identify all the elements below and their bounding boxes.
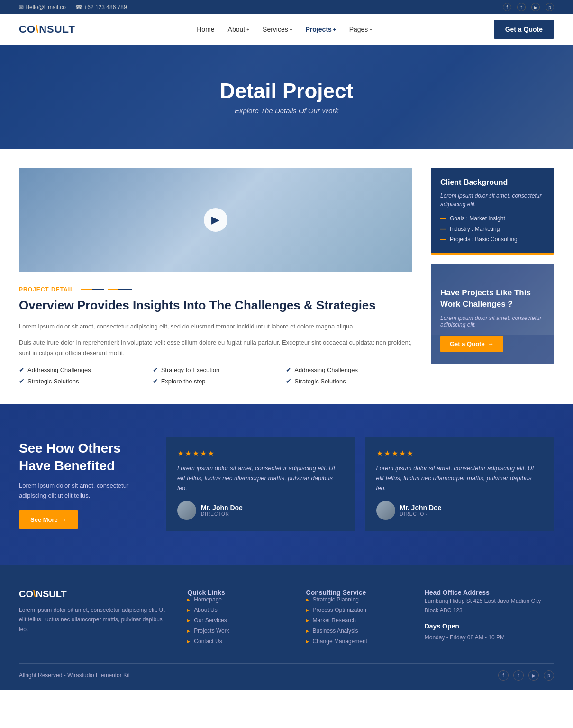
twitter-icon-topbar[interactable]: t (517, 3, 526, 11)
stars-rating: ★★★★★ (376, 449, 543, 458)
footer-brand: CO\NSULT Lorem ipsum dolor sit amet, con… (19, 589, 168, 649)
top-bar: ✉ Hello@Email.co ☎ +62 123 486 789 f t ▶… (0, 0, 573, 14)
checklist-item: ✔Addressing Challenges (286, 366, 412, 373)
client-bg-title: Client Background (440, 178, 545, 187)
client-bg-list: Goals : Market Insight Industry : Market… (440, 215, 545, 243)
hero-title: Detail Project (220, 79, 353, 103)
author-avatar (177, 501, 196, 520)
stars-rating: ★★★★★ (177, 449, 344, 458)
pages-caret: + (369, 27, 372, 32)
testimonial-section: See How Others Have Benefited Lorem ipsu… (0, 404, 573, 565)
author-info: Mr. John Doe DIRECTOR (201, 504, 243, 517)
footer-social: f t ▶ p (498, 670, 554, 681)
footer-grid: CO\NSULT Lorem ipsum dolor sit amet, con… (19, 589, 554, 649)
nav-services[interactable]: Services + (263, 26, 292, 33)
footer-address: Lumbung Hidup St 425 East Java Madiun Ci… (425, 596, 554, 616)
footer-desc: Lorem ipsum dolor sit amet, consectetur … (19, 605, 168, 634)
checklist: ✔Addressing Challenges ✔Strategy to Exec… (19, 366, 412, 385)
footer-link-item[interactable]: Homepage (187, 596, 287, 603)
author-role: DIRECTOR (400, 511, 442, 517)
site-logo[interactable]: CO\NSULT (19, 23, 75, 36)
author-name: Mr. John Doe (400, 504, 442, 511)
footer-bottom: Allright Reserved - Wirastudio Elementor… (19, 663, 554, 681)
footer-consulting-item[interactable]: Strategic Planning (306, 596, 406, 603)
footer-link-item[interactable]: About Us (187, 607, 287, 613)
footer-quick-links: Quick Links Homepage About Us Our Servic… (187, 589, 287, 649)
footer-facebook-icon[interactable]: f (498, 670, 509, 681)
footer-link-item[interactable]: Projects Work (187, 628, 287, 634)
footer-days-title: Days Open (425, 622, 554, 630)
facebook-icon-topbar[interactable]: f (503, 3, 511, 11)
project-detail-para2: Duis aute irure dolor in reprehenderit i… (19, 337, 412, 358)
project-detail-title: Overview Provides Insights Into The Chal… (19, 298, 412, 314)
client-background-card: Client Background Lorem ipsum dolor sit … (431, 168, 554, 255)
copyright-text: Allright Reserved - Wirastudio Elementor… (19, 672, 130, 679)
get-quote-button[interactable]: Get a Quote (494, 20, 554, 39)
check-icon: ✔ (153, 377, 158, 385)
project-detail-left: ▶ PROJECT DETAIL Overview Provides Insig… (19, 168, 431, 385)
testimonial-desc: Lorem ipsum dolor sit amet, consectetur … (19, 481, 152, 501)
nav-projects[interactable]: Projects + (306, 26, 336, 33)
footer-consulting-item[interactable]: Market Research (306, 617, 406, 624)
checklist-item: ✔Explore the step (153, 377, 279, 385)
testimonial-cards: ★★★★★ Lorem ipsum dolor sit amet, consec… (166, 437, 554, 531)
main-nav: Home About + Services + Projects + Pages… (197, 26, 372, 33)
top-bar-contact: ✉ Hello@Email.co ☎ +62 123 486 789 (19, 4, 127, 10)
email-info: ✉ Hello@Email.co (19, 4, 66, 10)
footer-address-col: Head Office Address Lumbung Hidup St 425… (425, 589, 554, 649)
check-icon: ✔ (19, 366, 25, 373)
testimonial-left: See How Others Have Benefited Lorem ipsu… (19, 440, 152, 528)
cta-card: Have Projects Like This Work Challenges … (431, 264, 554, 364)
footer-days-open: Monday - Friday 08 AM - 10 PM (425, 633, 554, 642)
cta-card-content: Have Projects Like This Work Challenges … (440, 287, 545, 352)
nav-about[interactable]: About + (228, 26, 249, 33)
site-footer: CO\NSULT Lorem ipsum dolor sit amet, con… (0, 565, 573, 690)
footer-link-item[interactable]: Our Services (187, 617, 287, 624)
footer-youtube-icon[interactable]: ▶ (528, 670, 539, 681)
main-content: ▶ PROJECT DETAIL Overview Provides Insig… (0, 149, 573, 404)
hero-subtitle: Explore The Details Of Our Work (220, 107, 353, 115)
footer-consulting-list: Strategic Planning Process Optimization … (306, 596, 406, 645)
author-role: DIRECTOR (201, 511, 243, 517)
footer-pinterest-icon[interactable]: p (544, 670, 554, 681)
hero-section: Detail Project Explore The Details Of Ou… (0, 45, 573, 149)
testimonial-card: ★★★★★ Lorem ipsum dolor sit amet, consec… (365, 437, 555, 531)
check-icon: ✔ (286, 377, 291, 385)
testimonial-title: See How Others Have Benefited (19, 440, 152, 474)
footer-consulting-item[interactable]: Process Optimization (306, 607, 406, 613)
see-more-button[interactable]: See More → (19, 510, 78, 529)
author-name: Mr. John Doe (201, 504, 243, 511)
footer-address-title: Head Office Address (425, 589, 554, 596)
testimonial-author: Mr. John Doe DIRECTOR (376, 501, 543, 520)
services-caret: + (290, 27, 292, 32)
cta-get-quote-button[interactable]: Get a Quote → (440, 336, 503, 352)
footer-consulting-item[interactable]: Change Management (306, 638, 406, 645)
video-thumbnail[interactable]: ▶ (19, 168, 412, 272)
pinterest-icon-topbar[interactable]: p (546, 3, 554, 11)
client-bg-item: Projects : Basic Consulting (440, 236, 545, 243)
project-detail-sidebar: Client Background Lorem ipsum dolor sit … (431, 168, 554, 364)
footer-twitter-icon[interactable]: t (513, 670, 524, 681)
projects-caret: + (333, 27, 336, 32)
youtube-icon-topbar[interactable]: ▶ (531, 3, 540, 11)
project-detail-label: PROJECT DETAIL (19, 286, 412, 293)
cta-card-desc: Lorem ipsum dolor sit amet, consectetur … (440, 315, 545, 328)
client-bg-desc: Lorem ipsum dolor sit amet, consectetur … (440, 191, 545, 209)
top-bar-social: f t ▶ p (503, 3, 554, 11)
checklist-item: ✔Strategic Solutions (286, 377, 412, 385)
logo-accent: \ (36, 23, 39, 35)
testimonial-author: Mr. John Doe DIRECTOR (177, 501, 344, 520)
author-avatar (376, 501, 395, 520)
project-detail-para1: Lorem ipsum dolor sit amet, consectetur … (19, 321, 412, 332)
nav-pages[interactable]: Pages + (349, 26, 373, 33)
check-icon: ✔ (153, 366, 158, 373)
footer-consulting-item[interactable]: Business Analysis (306, 628, 406, 634)
play-button[interactable]: ▶ (204, 208, 227, 232)
footer-consulting: Consulting Service Strategic Planning Pr… (306, 589, 406, 649)
client-bg-item: Industry : Marketing (440, 226, 545, 232)
cta-card-title: Have Projects Like This Work Challenges … (440, 287, 545, 310)
nav-home[interactable]: Home (197, 26, 214, 33)
checklist-item: ✔Addressing Challenges (19, 366, 145, 373)
footer-link-item[interactable]: Contact Us (187, 638, 287, 645)
checklist-item: ✔Strategy to Execution (153, 366, 279, 373)
